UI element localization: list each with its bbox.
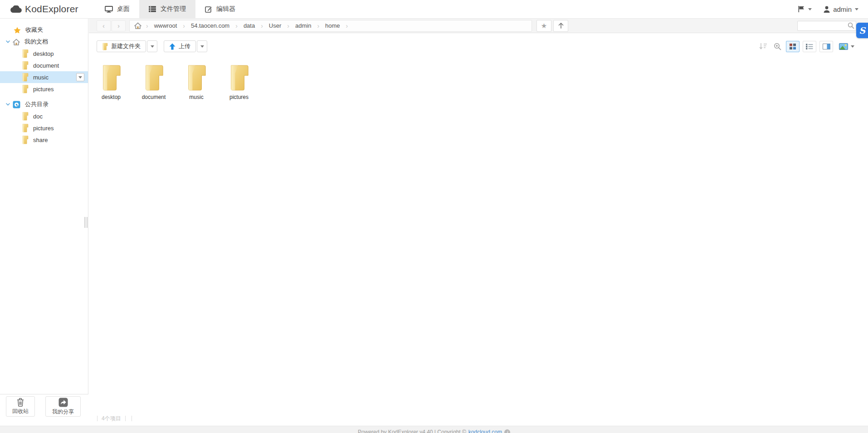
folder-icon: [143, 64, 164, 92]
section-label: 公共目录: [25, 100, 49, 108]
theme-menu[interactable]: [836, 43, 857, 50]
powered-by-text: Powered by KodExplorer v4.40 | Copyright…: [358, 429, 466, 433]
item-dropdown-button[interactable]: [76, 73, 84, 81]
favorite-button[interactable]: ★: [536, 20, 551, 32]
sidebar-folder-item[interactable]: share: [0, 134, 88, 146]
app-logo[interactable]: KodExplorer: [10, 0, 78, 18]
breadcrumb-segment[interactable]: admin: [289, 22, 317, 29]
sidebar-folder-item[interactable]: desktop: [0, 48, 88, 59]
user-icon: [824, 6, 830, 13]
star-icon: [14, 27, 21, 34]
sidebar-resize-handle[interactable]: [84, 217, 88, 228]
file-item-folder[interactable]: document: [132, 63, 175, 100]
folder-icon: [22, 73, 29, 82]
folder-icon: [102, 43, 108, 50]
tab-label: 文件管理: [161, 5, 186, 13]
upload-dropdown[interactable]: [197, 40, 207, 52]
upload-button[interactable]: 上传: [164, 40, 196, 52]
search-icon[interactable]: [848, 22, 854, 29]
breadcrumb-segment[interactable]: home: [319, 22, 346, 29]
folder-icon: [22, 135, 29, 144]
kodcloud-link[interactable]: kodcloud.com: [468, 429, 502, 433]
info-icon[interactable]: i: [504, 429, 510, 433]
sidebar-bottom-panel: 回收站 我的分享: [0, 394, 88, 426]
sort-icon[interactable]: [758, 41, 769, 52]
sidebar-folder-item[interactable]: pictures: [0, 83, 88, 95]
home-icon: [13, 39, 20, 45]
folder-icon: [22, 49, 29, 58]
user-menu[interactable]: admin: [818, 0, 864, 18]
browser-extension-badge[interactable]: S: [856, 23, 868, 38]
sidebar-folder-item[interactable]: document: [0, 59, 88, 71]
view-grid-button[interactable]: [786, 41, 800, 52]
trash-icon: [16, 398, 24, 407]
status-separator: [125, 416, 126, 421]
folder-name: share: [33, 137, 48, 143]
flag-icon: [798, 5, 805, 13]
new-folder-dropdown[interactable]: [147, 40, 157, 52]
folder-icon: [22, 123, 29, 133]
breadcrumb: › wwwroot › 54.taocen.com › data › User …: [129, 20, 532, 32]
view-detail-button[interactable]: [819, 41, 833, 52]
folder-name: pictures: [33, 86, 54, 93]
address-bar: ‹ › › wwwroot › 54.taocen.com › data › U…: [89, 19, 868, 33]
chevron-expand-icon: [6, 103, 10, 106]
new-folder-button[interactable]: 新建文件夹: [97, 40, 146, 52]
tab-desktop[interactable]: 桌面: [95, 0, 139, 18]
main-tabs: 桌面 文件管理 编辑器: [95, 0, 245, 18]
folder-tree: 收藏夹 我的文档 desktop document: [0, 19, 88, 146]
breadcrumb-segment[interactable]: 54.taocen.com: [185, 22, 235, 29]
file-name: document: [142, 94, 166, 100]
favorites-label: 收藏夹: [25, 26, 43, 34]
back-button[interactable]: ‹: [97, 20, 111, 31]
sidebar-folder-item[interactable]: doc: [0, 110, 88, 122]
sidebar-item-favorites[interactable]: 收藏夹: [0, 24, 88, 36]
public-children: doc pictures share: [0, 110, 88, 146]
file-item-folder[interactable]: pictures: [218, 63, 260, 100]
footer: Powered by KodExplorer v4.40 | Copyright…: [0, 426, 868, 433]
folder-name: pictures: [33, 125, 54, 132]
chevron-down-icon: [855, 8, 858, 10]
breadcrumb-segment[interactable]: User: [263, 22, 287, 29]
folder-icon: [101, 64, 122, 92]
my-documents-children: desktop document music pictur: [0, 48, 88, 95]
zoom-icon[interactable]: [772, 41, 783, 52]
sidebar-folder-item[interactable]: music: [0, 71, 88, 83]
forward-button[interactable]: ›: [112, 20, 126, 31]
new-folder-label: 新建文件夹: [111, 42, 141, 50]
recycle-bin-button[interactable]: 回收站: [6, 396, 35, 417]
file-name: music: [189, 94, 203, 100]
section-label: 我的文档: [24, 38, 48, 46]
my-share-button[interactable]: 我的分享: [45, 396, 81, 417]
status-separator: [132, 416, 132, 421]
breadcrumb-segment[interactable]: data: [238, 22, 261, 29]
home-icon[interactable]: [130, 20, 146, 31]
recycle-label: 回收站: [12, 408, 29, 415]
tab-label: 编辑器: [216, 5, 235, 13]
sidebar-folder-item[interactable]: pictures: [0, 122, 88, 134]
language-menu[interactable]: [792, 0, 818, 18]
file-item-folder[interactable]: desktop: [90, 63, 132, 100]
top-right-menu: admin: [792, 0, 864, 18]
sidebar: 收藏夹 我的文档 desktop document: [0, 19, 88, 426]
my-share-label: 我的分享: [52, 408, 74, 416]
theme-icon: [839, 43, 848, 50]
folder-name: doc: [33, 113, 43, 120]
breadcrumb-separator: ›: [346, 22, 348, 30]
file-item-folder[interactable]: music: [175, 63, 218, 100]
tab-file-manager[interactable]: 文件管理: [139, 0, 195, 18]
breadcrumb-segment[interactable]: wwwroot: [148, 22, 183, 29]
folder-icon: [22, 61, 29, 70]
view-list-button[interactable]: [803, 41, 816, 52]
up-level-button[interactable]: [553, 20, 568, 32]
folder-name: document: [33, 62, 59, 69]
file-name: pictures: [229, 94, 249, 100]
folder-name: desktop: [33, 50, 54, 57]
sidebar-section-my-documents[interactable]: 我的文档: [0, 36, 88, 48]
folder-icon: [186, 64, 207, 92]
status-bar: 4个项目: [89, 412, 868, 425]
tab-editor[interactable]: 编辑器: [195, 0, 245, 18]
sidebar-section-public[interactable]: 公共目录: [0, 98, 88, 110]
file-toolbar: 新建文件夹 上传: [89, 34, 868, 59]
file-list-icon: [149, 6, 156, 12]
